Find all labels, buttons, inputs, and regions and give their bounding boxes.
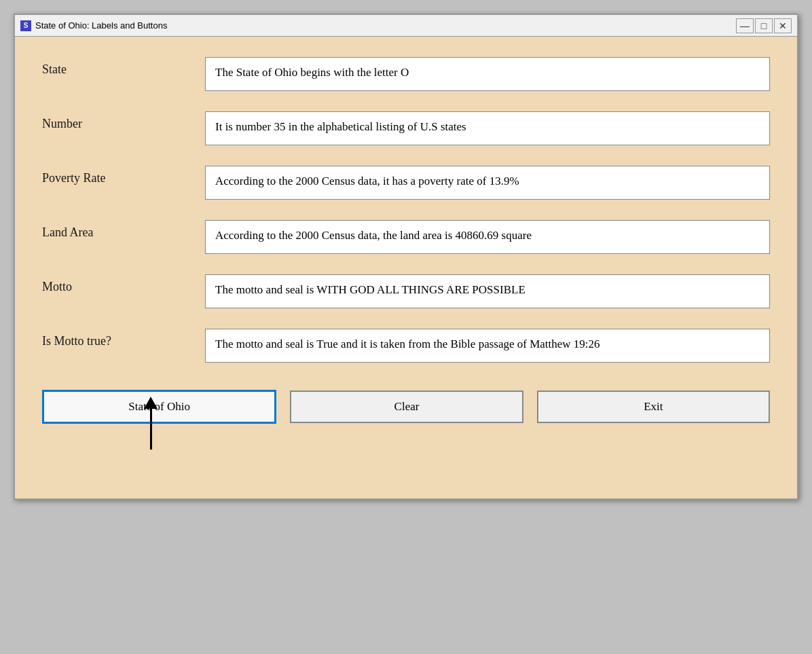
field-value-4: The motto and seal is WITH GOD ALL THING… [205, 274, 770, 308]
field-row-0: StateThe State of Ohio begins with the l… [42, 57, 770, 91]
arrow-indicator [144, 437, 158, 485]
field-row-5: Is Motto true?The motto and seal is True… [42, 329, 770, 363]
fields-container: StateThe State of Ohio begins with the l… [42, 57, 770, 363]
field-value-3: According to the 2000 Census data, the l… [205, 220, 770, 254]
field-value-5: The motto and seal is True and it is tak… [205, 329, 770, 363]
window-title: State of Ohio: Labels and Buttons [35, 20, 732, 31]
main-window: S State of Ohio: Labels and Buttons — □ … [14, 14, 798, 500]
exit-button[interactable]: Exit [537, 390, 770, 423]
field-value-0: The State of Ohio begins with the letter… [205, 57, 770, 91]
field-row-4: MottoThe motto and seal is WITH GOD ALL … [42, 274, 770, 308]
content-area: StateThe State of Ohio begins with the l… [15, 37, 797, 498]
title-bar: S State of Ohio: Labels and Buttons — □ … [15, 15, 797, 37]
maximize-button[interactable]: □ [755, 18, 773, 33]
field-value-2: According to the 2000 Census data, it ha… [205, 166, 770, 200]
window-icon: S [20, 20, 31, 31]
arrow-head [144, 397, 158, 409]
state-of-ohio-button[interactable]: State of Ohio [42, 390, 276, 424]
clear-button[interactable]: Clear [290, 390, 523, 423]
field-label-1: Number [42, 111, 191, 131]
window-controls: — □ ✕ [736, 18, 792, 33]
arrow-tail [150, 409, 152, 450]
field-label-0: State [42, 57, 191, 77]
field-label-2: Poverty Rate [42, 166, 191, 185]
arrow-area [42, 431, 770, 485]
field-label-4: Motto [42, 274, 191, 294]
field-row-2: Poverty RateAccording to the 2000 Census… [42, 166, 770, 200]
field-row-1: NumberIt is number 35 in the alphabetica… [42, 111, 770, 145]
field-row-3: Land AreaAccording to the 2000 Census da… [42, 220, 770, 254]
minimize-button[interactable]: — [736, 18, 754, 33]
field-label-5: Is Motto true? [42, 329, 191, 348]
field-value-1: It is number 35 in the alphabetical list… [205, 111, 770, 145]
field-label-3: Land Area [42, 220, 191, 240]
close-button[interactable]: ✕ [774, 18, 792, 33]
